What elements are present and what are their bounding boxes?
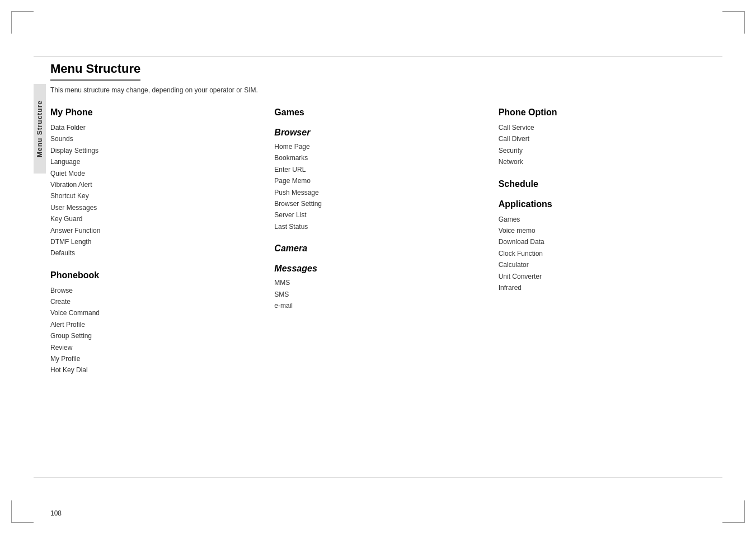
page-title: Menu Structure	[50, 62, 140, 81]
column-2: Games Browser Home Page Bookmarks Enter …	[274, 107, 498, 322]
list-item: Games	[499, 214, 711, 225]
list-item: Answer Function	[50, 225, 263, 236]
menu-list-phone-option: Call Service Call Divert Security Networ…	[499, 122, 711, 168]
main-content: Menu Structure This menu structure may c…	[50, 62, 722, 500]
list-item: Key Guard	[50, 213, 263, 224]
list-item: Enter URL	[274, 164, 487, 175]
list-item: Page Memo	[274, 175, 487, 186]
list-item: Infrared	[499, 282, 711, 293]
list-item: Unit Converter	[499, 271, 711, 282]
list-item: Alert Profile	[50, 319, 263, 330]
list-item: Group Setting	[50, 330, 263, 341]
list-item: Browser Setting	[274, 198, 487, 209]
section-phone-option: Phone Option Call Service Call Divert Se…	[499, 107, 711, 168]
column-3: Phone Option Call Service Call Divert Se…	[499, 107, 722, 305]
menu-list-messages: MMS SMS e-mail	[274, 277, 487, 311]
section-phonebook: Phonebook Browse Create Voice Command Al…	[50, 270, 263, 376]
list-item: Security	[499, 145, 711, 156]
list-item: SMS	[274, 289, 487, 300]
menu-list-my-phone: Data Folder Sounds Display Settings Lang…	[50, 122, 263, 259]
list-item: Review	[50, 342, 263, 353]
list-item: Bookmarks	[274, 152, 487, 163]
section-heading-browser: Browser	[274, 128, 487, 138]
corner-mark-top-right	[722, 11, 745, 34]
list-item: DTMF Length	[50, 236, 263, 247]
section-heading-my-phone: My Phone	[50, 107, 263, 118]
list-item: Server List	[274, 209, 487, 221]
section-schedule: Schedule	[499, 179, 711, 189]
list-item: Voice Command	[50, 307, 263, 318]
list-item: MMS	[274, 277, 487, 288]
list-item: Hot Key Dial	[50, 364, 263, 376]
section-heading-phone-option: Phone Option	[499, 107, 711, 118]
section-browser: Browser Home Page Bookmarks Enter URL Pa…	[274, 128, 487, 232]
list-item: Network	[499, 156, 711, 167]
corner-mark-bottom-right	[722, 500, 745, 523]
section-heading-phonebook: Phonebook	[50, 270, 263, 280]
page-subtitle: This menu structure may change, dependin…	[50, 86, 722, 94]
corner-mark-bottom-left	[11, 500, 34, 523]
list-item: Create	[50, 296, 263, 307]
list-item: Calculator	[499, 259, 711, 270]
column-1: My Phone Data Folder Sounds Display Sett…	[50, 107, 274, 387]
section-heading-schedule: Schedule	[499, 179, 711, 189]
section-camera: Camera	[274, 243, 487, 254]
section-heading-camera: Camera	[274, 243, 487, 254]
list-item: Home Page	[274, 141, 487, 152]
list-item: Quiet Mode	[50, 168, 263, 179]
list-item: e-mail	[274, 300, 487, 311]
list-item: Defaults	[50, 247, 263, 259]
menu-list-applications: Games Voice memo Download Data Clock Fun…	[499, 214, 711, 294]
menu-list-browser: Home Page Bookmarks Enter URL Page Memo …	[274, 141, 487, 232]
section-games: Games	[274, 107, 487, 118]
list-item: My Profile	[50, 353, 263, 364]
sidebar-tab: Menu Structure	[34, 84, 46, 174]
section-heading-applications: Applications	[499, 199, 711, 209]
list-item: Voice memo	[499, 225, 711, 236]
corner-mark-top-left	[11, 11, 34, 34]
section-heading-messages: Messages	[274, 264, 487, 274]
sidebar-tab-label: Menu Structure	[36, 100, 44, 157]
list-item: Vibration Alert	[50, 179, 263, 190]
list-item: Call Service	[499, 122, 711, 133]
list-item: Last Status	[274, 221, 487, 232]
list-item: Call Divert	[499, 133, 711, 144]
list-item: Language	[50, 156, 263, 167]
section-applications: Applications Games Voice memo Download D…	[499, 199, 711, 294]
list-item: Download Data	[499, 236, 711, 247]
list-item: User Messages	[50, 202, 263, 213]
list-item: Push Message	[274, 187, 487, 198]
section-heading-games: Games	[274, 107, 487, 118]
page-number: 108	[50, 509, 62, 517]
list-item: Browse	[50, 285, 263, 296]
list-item: Display Settings	[50, 145, 263, 156]
columns-wrapper: My Phone Data Folder Sounds Display Sett…	[50, 107, 722, 387]
menu-list-phonebook: Browse Create Voice Command Alert Profil…	[50, 285, 263, 376]
section-messages: Messages MMS SMS e-mail	[274, 264, 487, 311]
list-item: Shortcut Key	[50, 190, 263, 202]
list-item: Clock Function	[499, 248, 711, 259]
h-line-top	[34, 56, 722, 57]
list-item: Data Folder	[50, 122, 263, 133]
section-my-phone: My Phone Data Folder Sounds Display Sett…	[50, 107, 263, 259]
list-item: Sounds	[50, 133, 263, 144]
